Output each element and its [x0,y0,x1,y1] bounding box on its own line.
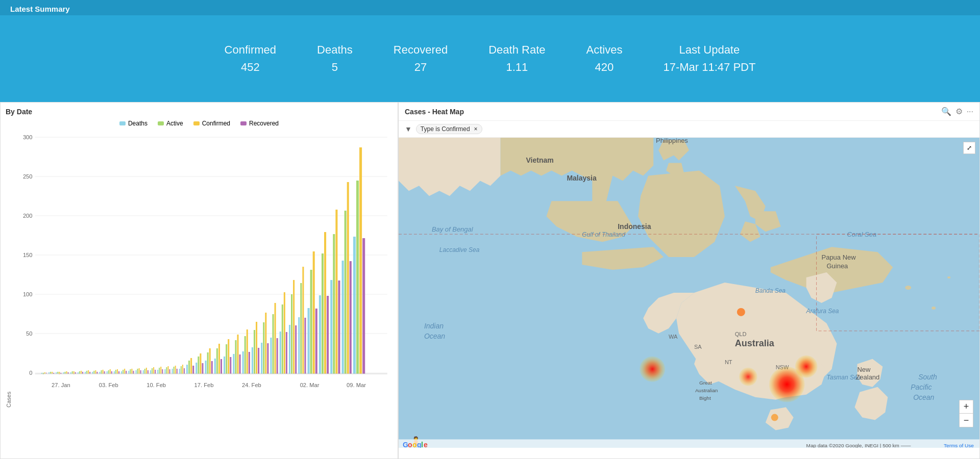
svg-rect-109 [205,361,207,374]
svg-rect-167 [347,182,349,374]
stat-value-last_update: 17-Mar 11:47 PDT [663,61,755,74]
svg-rect-63 [117,369,118,374]
svg-rect-42 [79,371,80,374]
svg-rect-131 [256,322,257,374]
svg-rect-55 [103,370,104,374]
svg-text:27. Jan: 27. Jan [52,382,70,388]
svg-rect-48 [89,372,90,374]
svg-rect-79 [146,368,147,374]
svg-rect-105 [195,363,197,374]
svg-text:300: 300 [23,134,33,140]
svg-rect-69 [128,371,129,374]
more-map-icon[interactable]: ··· [967,107,973,116]
svg-rect-26 [50,372,51,374]
svg-text:Indonesia: Indonesia [618,222,651,231]
stat-value-recovered: 27 [414,61,427,74]
filter-tag[interactable]: Type is Confirmed × [416,124,482,134]
svg-text:o: o [412,441,417,448]
svg-text:Papua New: Papua New [822,253,856,261]
svg-rect-144 [286,332,287,374]
stat-label-recovered: Recovered [394,43,448,57]
svg-rect-80 [148,370,149,374]
legend-label-deaths: Deaths [128,120,148,127]
legend-label-recovered: Recovered [249,120,279,127]
svg-rect-90 [166,367,167,374]
map-panel: Cases - Heat Map 🔍 ⚙ ··· ▼ Type is Confi… [398,102,980,459]
svg-rect-85 [157,370,158,374]
svg-text:Zealand: Zealand [855,373,879,381]
svg-rect-148 [295,325,297,374]
stat-label-death_rate: Death Rate [488,43,545,57]
svg-rect-92 [169,369,170,374]
svg-rect-108 [202,363,203,374]
svg-rect-127 [247,329,248,374]
svg-rect-78 [144,369,145,374]
svg-rect-149 [298,317,300,374]
svg-rect-172 [362,238,365,374]
svg-text:e: e [424,441,428,448]
svg-rect-94 [174,367,175,374]
main-content: By Date DeathsActiveConfirmedRecovered C… [0,102,980,459]
expand-icon: ⤢ [967,144,972,151]
legend-dot-recovered [240,121,247,125]
filter-bar: ▼ Type is Confirmed × [399,121,979,138]
svg-rect-135 [265,313,266,374]
svg-text:Pacific: Pacific [911,383,932,391]
svg-rect-51 [95,370,96,374]
search-map-icon[interactable]: 🔍 [941,107,951,116]
svg-rect-57 [107,371,108,374]
svg-point-211 [795,355,818,378]
svg-rect-146 [291,294,292,374]
svg-text:Map data ©2020 Google, INEGI |: Map data ©2020 Google, INEGI | 500 km —— [806,443,911,448]
zoom-controls: + − [959,400,973,427]
svg-rect-43 [81,371,82,374]
svg-rect-152 [304,318,306,374]
stat-value-death_rate: 1.11 [506,61,528,74]
svg-rect-59 [110,369,111,374]
zoom-in-button[interactable]: + [960,400,973,414]
svg-text:Guinea: Guinea [827,262,849,270]
svg-rect-115 [218,344,220,374]
chart-svg: 0 50 100 150 200 250 300 27. Jan 03. Feb… [14,132,393,407]
svg-rect-67 [124,369,125,374]
legend-label-confirmed: Confirmed [202,120,230,127]
svg-rect-83 [153,367,154,374]
map-title: Cases - Heat Map [405,108,464,116]
y-axis-label: Cases [6,132,12,407]
chart-legend: DeathsActiveConfirmedRecovered [6,120,393,127]
svg-rect-54 [101,370,102,374]
svg-rect-60 [111,371,112,374]
filter-close-icon[interactable]: × [474,125,478,133]
svg-text:Ocean: Ocean [913,393,934,401]
expand-button[interactable]: ⤢ [963,142,975,154]
svg-rect-89 [164,369,165,374]
svg-rect-139 [275,303,276,374]
svg-text:100: 100 [23,291,33,297]
svg-rect-86 [159,368,160,374]
stat-value-confirmed: 452 [241,61,260,74]
svg-rect-93 [172,369,173,374]
legend-dot-active [158,121,164,125]
svg-text:Philippines: Philippines [656,138,688,144]
svg-text:Indian: Indian [424,322,444,330]
stats-bar: Confirmed452Deaths5Recovered27Death Rate… [0,15,980,102]
stat-actives: Actives420 [586,43,623,74]
stat-label-deaths: Deaths [317,43,353,57]
svg-rect-111 [209,348,211,374]
svg-text:SA: SA [694,344,702,350]
svg-text:150: 150 [23,252,33,258]
svg-text:24. Feb: 24. Feb [242,382,261,388]
svg-text:Coral Sea: Coral Sea [847,231,876,238]
svg-text:QLD: QLD [735,331,747,337]
svg-rect-91 [167,366,168,374]
zoom-out-button[interactable]: − [960,414,973,427]
svg-rect-163 [335,210,337,374]
settings-map-icon[interactable]: ⚙ [955,107,963,116]
svg-rect-147 [293,280,295,374]
svg-rect-50 [93,371,94,374]
svg-rect-64 [118,371,119,374]
svg-text:0: 0 [29,370,32,376]
svg-rect-171 [359,147,362,374]
svg-rect-72 [133,371,134,374]
svg-rect-143 [284,292,285,374]
